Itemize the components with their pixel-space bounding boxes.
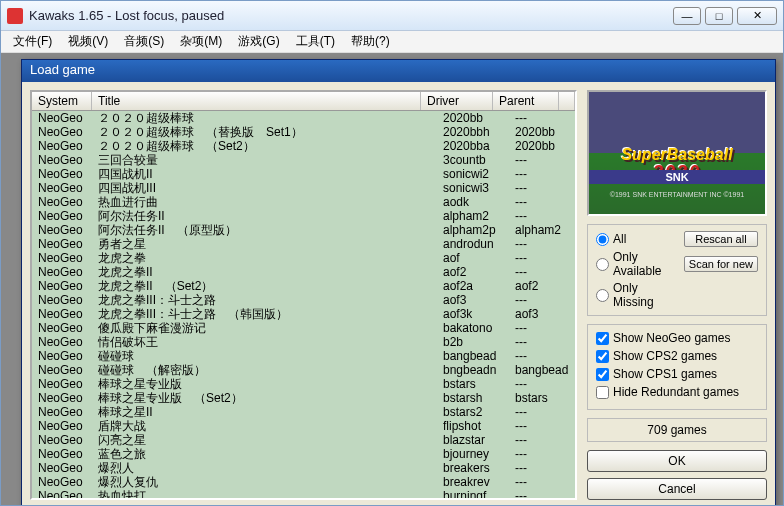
- table-row[interactable]: NeoGeo闪亮之星blazstar---: [32, 433, 575, 447]
- menu-item-3[interactable]: 杂项(M): [172, 31, 230, 52]
- cancel-button[interactable]: Cancel: [587, 478, 767, 500]
- table-row[interactable]: NeoGeo傻瓜殿下麻雀漫游记bakatono---: [32, 321, 575, 335]
- cell-system: NeoGeo: [32, 139, 92, 153]
- menubar: 文件(F)视频(V)音频(S)杂项(M)游戏(G)工具(T)帮助(?): [1, 31, 783, 53]
- table-row[interactable]: NeoGeo热血快打burningf---: [32, 489, 575, 498]
- cell-parent: ---: [509, 153, 575, 167]
- table-row[interactable]: NeoGeo情侣破坏王b2b---: [32, 335, 575, 349]
- cell-title: 龙虎之拳II （Set2）: [92, 279, 437, 293]
- grid-body[interactable]: NeoGeo２０２０超级棒球2020bb---NeoGeo２０２０超级棒球 （替…: [32, 111, 575, 498]
- cell-driver: alpham2: [437, 209, 509, 223]
- table-row[interactable]: NeoGeo２０２０超级棒球2020bb---: [32, 111, 575, 125]
- cell-parent: ---: [509, 251, 575, 265]
- cell-parent: ---: [509, 237, 575, 251]
- close-button[interactable]: ✕: [737, 7, 777, 25]
- cell-parent: ---: [509, 349, 575, 363]
- game-count: 709 games: [587, 418, 767, 442]
- cell-parent: aof2: [509, 279, 575, 293]
- cell-title: 棒球之星II: [92, 405, 437, 419]
- column-driver[interactable]: Driver: [421, 92, 493, 110]
- radio-available[interactable]: Only Available: [596, 250, 680, 278]
- cell-title: 碰碰球 （解密版）: [92, 363, 437, 377]
- cell-title: 蓝色之旅: [92, 447, 437, 461]
- table-row[interactable]: NeoGeo蓝色之旅bjourney---: [32, 447, 575, 461]
- cell-title: 龙虎之拳II: [92, 265, 437, 279]
- cell-title: 碰碰球: [92, 349, 437, 363]
- maximize-button[interactable]: □: [705, 7, 733, 25]
- cell-driver: 2020bb: [437, 111, 509, 125]
- cell-driver: aof3: [437, 293, 509, 307]
- load-game-dialog: Load game System Title Driver Parent Neo…: [21, 59, 776, 506]
- cell-driver: breakrev: [437, 475, 509, 489]
- cell-system: NeoGeo: [32, 167, 92, 181]
- cell-system: NeoGeo: [32, 125, 92, 139]
- cell-parent: ---: [509, 111, 575, 125]
- check-neogeo[interactable]: Show NeoGeo games: [596, 331, 758, 345]
- table-row[interactable]: NeoGeo爆烈人breakers---: [32, 461, 575, 475]
- table-row[interactable]: NeoGeo龙虎之拳III：斗士之路 （韩国版）aof3kaof3: [32, 307, 575, 321]
- menu-item-4[interactable]: 游戏(G): [230, 31, 287, 52]
- filter-group: All Rescan all Only Available Scan for n…: [587, 224, 767, 316]
- menu-item-0[interactable]: 文件(F): [5, 31, 60, 52]
- menu-item-1[interactable]: 视频(V): [60, 31, 116, 52]
- radio-all[interactable]: All: [596, 232, 680, 246]
- cell-title: 阿尔法任务II: [92, 209, 437, 223]
- cell-system: NeoGeo: [32, 307, 92, 321]
- cell-parent: 2020bb: [509, 125, 575, 139]
- cell-driver: bstarsh: [437, 391, 509, 405]
- table-row[interactable]: NeoGeo２０２０超级棒球 （Set2）2020bba2020bb: [32, 139, 575, 153]
- rescan-button[interactable]: Rescan all: [684, 231, 758, 247]
- table-row[interactable]: NeoGeo阿尔法任务II （原型版）alpham2palpham2: [32, 223, 575, 237]
- table-row[interactable]: NeoGeo盾牌大战flipshot---: [32, 419, 575, 433]
- cell-title: ２０２０超级棒球: [92, 111, 437, 125]
- cell-system: NeoGeo: [32, 265, 92, 279]
- check-redundant[interactable]: Hide Redundant games: [596, 385, 758, 399]
- cell-title: 盾牌大战: [92, 419, 437, 433]
- column-parent[interactable]: Parent: [493, 92, 559, 110]
- table-row[interactable]: NeoGeo龙虎之拳III：斗士之路aof3---: [32, 293, 575, 307]
- cell-driver: aof: [437, 251, 509, 265]
- table-row[interactable]: NeoGeo棒球之星专业版 （Set2）bstarshbstars: [32, 391, 575, 405]
- table-row[interactable]: NeoGeo龙虎之拳IIaof2---: [32, 265, 575, 279]
- column-title[interactable]: Title: [92, 92, 421, 110]
- cell-driver: aof2a: [437, 279, 509, 293]
- scan-new-button[interactable]: Scan for new: [684, 256, 758, 272]
- table-row[interactable]: NeoGeo爆烈人复仇breakrev---: [32, 475, 575, 489]
- table-row[interactable]: NeoGeo三回合较量3countb---: [32, 153, 575, 167]
- menu-item-5[interactable]: 工具(T): [288, 31, 343, 52]
- check-cps1[interactable]: Show CPS1 games: [596, 367, 758, 381]
- table-row[interactable]: NeoGeo龙虎之拳aof---: [32, 251, 575, 265]
- table-row[interactable]: NeoGeo勇者之星androdun---: [32, 237, 575, 251]
- cell-system: NeoGeo: [32, 195, 92, 209]
- radio-missing[interactable]: Only Missing: [596, 281, 680, 309]
- check-cps2[interactable]: Show CPS2 games: [596, 349, 758, 363]
- preview-brand: SNK: [589, 170, 765, 184]
- cell-title: 爆烈人复仇: [92, 475, 437, 489]
- table-row[interactable]: NeoGeo碰碰球 （解密版）bngbeadnbangbead: [32, 363, 575, 377]
- cell-title: 阿尔法任务II （原型版）: [92, 223, 437, 237]
- cell-driver: aof2: [437, 265, 509, 279]
- cell-driver: bngbeadn: [437, 363, 509, 377]
- table-row[interactable]: NeoGeo棒球之星IIbstars2---: [32, 405, 575, 419]
- window-title: Kawaks 1.65 - Lost focus, paused: [29, 8, 673, 23]
- table-row[interactable]: NeoGeo四国战机IIIsonicwi3---: [32, 181, 575, 195]
- table-row[interactable]: NeoGeo热血进行曲aodk---: [32, 195, 575, 209]
- cell-driver: bjourney: [437, 447, 509, 461]
- table-row[interactable]: NeoGeo四国战机IIsonicwi2---: [32, 167, 575, 181]
- dialog-title: Load game: [22, 60, 775, 82]
- table-row[interactable]: NeoGeo龙虎之拳II （Set2）aof2aaof2: [32, 279, 575, 293]
- cell-title: 龙虎之拳: [92, 251, 437, 265]
- window-controls: — □ ✕: [673, 7, 777, 25]
- cell-parent: ---: [509, 321, 575, 335]
- app-icon: [7, 8, 23, 24]
- table-row[interactable]: NeoGeo２０２０超级棒球 （替换版 Set1）2020bbh2020bb: [32, 125, 575, 139]
- menu-item-6[interactable]: 帮助(?): [343, 31, 398, 52]
- table-row[interactable]: NeoGeo阿尔法任务IIalpham2---: [32, 209, 575, 223]
- cell-system: NeoGeo: [32, 349, 92, 363]
- ok-button[interactable]: OK: [587, 450, 767, 472]
- minimize-button[interactable]: —: [673, 7, 701, 25]
- table-row[interactable]: NeoGeo棒球之星专业版bstars---: [32, 377, 575, 391]
- table-row[interactable]: NeoGeo碰碰球bangbead---: [32, 349, 575, 363]
- menu-item-2[interactable]: 音频(S): [116, 31, 172, 52]
- column-system[interactable]: System: [32, 92, 92, 110]
